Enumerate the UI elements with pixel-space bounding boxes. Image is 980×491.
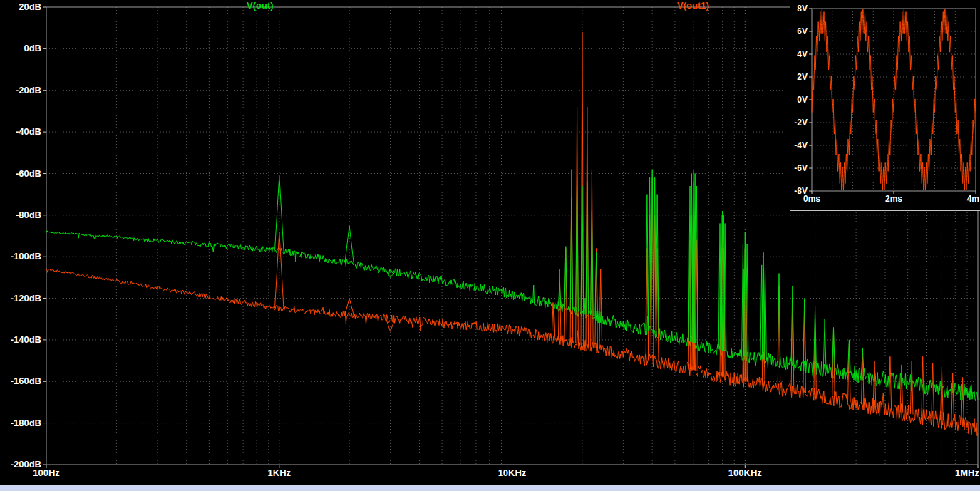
y-tick-label: -60dB	[16, 168, 41, 179]
inset-x-tick-label: 4m	[967, 194, 979, 204]
y-tick-label: -180dB	[11, 418, 41, 428]
inset-y-tick-label: 4V	[797, 49, 808, 59]
inset-y-tick-label: 6V	[797, 26, 808, 36]
inset-panel[interactable]: 8V6V4V2V0V-2V-4V-6V-8V0ms2ms4m	[790, 0, 980, 211]
x-tick-label: 1KHz	[268, 467, 292, 478]
inset-y-tick-label: -6V	[794, 163, 808, 173]
inset-y-tick-label: -4V	[794, 140, 808, 150]
inset-y-tick-label: 2V	[797, 72, 808, 82]
y-tick-label: -160dB	[11, 376, 41, 386]
window-bottom-strip	[0, 485, 980, 491]
trace-floor-vout[interactable]	[46, 231, 978, 401]
y-tick-label: -120dB	[11, 293, 41, 304]
y-tick-label: -140dB	[11, 334, 41, 345]
trace-peaks-vout[interactable]	[275, 170, 865, 376]
x-tick-label: 100Hz	[33, 467, 60, 478]
inset-y-tick-label: -2V	[794, 118, 808, 128]
inset-y-tick-label: 8V	[797, 4, 808, 14]
inset-x-tick-label: 0ms	[803, 194, 820, 204]
y-tick-label: -20dB	[16, 85, 41, 95]
inset-y-tick-label: 0V	[797, 95, 808, 105]
x-tick-label: 100KHz	[728, 467, 762, 478]
waveform-viewer-window: 20dB0dB-20dB-40dB-60dB-80dB-100dB-120dB-…	[0, 0, 980, 491]
y-tick-label: 0dB	[24, 43, 41, 53]
inset-plot[interactable]: 8V6V4V2V0V-2V-4V-6V-8V0ms2ms4m	[790, 0, 980, 210]
trace-label-vout[interactable]: V(out)	[247, 0, 274, 11]
x-tick-label: 1MHz	[955, 467, 979, 478]
inset-x-tick-label: 2ms	[885, 194, 902, 204]
y-tick-label: -40dB	[16, 126, 41, 137]
x-tick-label: 10KHz	[498, 467, 527, 478]
y-tick-label: -80dB	[16, 210, 41, 220]
y-tick-label: 20dB	[19, 1, 41, 12]
trace-label-vout1[interactable]: V(out1)	[677, 0, 709, 11]
y-tick-label: -100dB	[11, 251, 41, 262]
